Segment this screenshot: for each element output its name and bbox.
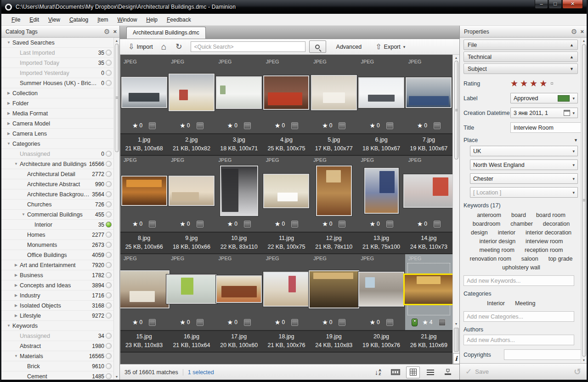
scroll-up-icon[interactable]: ▲ — [455, 55, 458, 61]
tree-item-filter-radio[interactable] — [106, 302, 112, 308]
tree-item-filter-radio[interactable] — [106, 292, 112, 298]
tree-item-imported-yesterday[interactable]: Imported Yesterday0 — [1, 68, 113, 78]
tree-item-filter-radio[interactable] — [106, 252, 112, 258]
keyword-tag[interactable]: meeting room — [480, 247, 514, 253]
select-checkbox[interactable] — [149, 319, 156, 326]
color-label-tag-icon[interactable] — [412, 319, 418, 326]
close-icon[interactable]: × — [113, 28, 117, 35]
tree-item-filter-radio[interactable] — [106, 353, 112, 359]
keyword-tag[interactable]: board — [511, 212, 526, 218]
tree-item-unassigned[interactable]: Unassigned34 — [1, 331, 113, 341]
thumbnail-image[interactable] — [406, 77, 452, 108]
rating-star-filled-icon[interactable]: ★ — [539, 78, 547, 89]
add-authors-input[interactable] — [464, 335, 574, 345]
thumbnail-image[interactable] — [121, 77, 167, 108]
scroll-down-icon[interactable]: ▼ — [115, 374, 119, 380]
maximize-button[interactable]: □ — [548, 0, 562, 9]
menu-item-edit[interactable]: Edit — [25, 15, 44, 25]
tree-item-imported-today[interactable]: Imported Today35 — [1, 58, 113, 68]
collapse-arrow-icon[interactable]: ▶ — [5, 131, 12, 136]
thumbnail-image[interactable] — [263, 75, 309, 110]
chevron-down-icon[interactable]: ▼ — [574, 138, 578, 143]
rating-star-filled-icon[interactable]: ★ — [520, 78, 528, 89]
rating-star-icon[interactable]: ★ — [422, 319, 428, 326]
tree-item-last-imported[interactable]: Last Imported35 — [1, 48, 113, 58]
title-input[interactable] — [510, 122, 581, 133]
rating-star-icon[interactable]: ★ — [180, 319, 186, 326]
thumbnail-image[interactable] — [403, 274, 452, 305]
thumbnail-image[interactable] — [166, 274, 217, 304]
tree-item-interior[interactable]: Interior35 — [1, 220, 113, 230]
select-checkbox[interactable] — [434, 122, 441, 129]
rating-star-icon[interactable]: ★ — [227, 122, 233, 129]
rating-star-empty-icon[interactable] — [551, 82, 553, 85]
tree-item-industry[interactable]: ▶Industry1716 — [1, 291, 113, 301]
tree-item-filter-radio[interactable] — [106, 262, 112, 268]
keyword-tag[interactable]: anteroom — [477, 212, 501, 218]
rating-star-icon[interactable]: ★ — [132, 220, 138, 228]
thumbnail-image[interactable] — [220, 165, 258, 216]
thumbnail-image[interactable] — [364, 168, 399, 214]
thumbnail-image[interactable] — [263, 272, 309, 307]
tree-item-office-buildings[interactable]: Office Buildings4059 — [1, 250, 113, 260]
details-view-button[interactable] — [441, 366, 455, 378]
thumbnail-cell[interactable]: JPEG★0 — [215, 156, 263, 232]
collapse-arrow-icon[interactable]: ▶ — [5, 91, 12, 95]
collapse-arrow-icon[interactable]: ▶ — [12, 273, 20, 277]
label-select[interactable]: Approved ▾ — [510, 93, 578, 103]
grid-view-button[interactable] — [406, 366, 420, 378]
thumbnail-cell[interactable]: JPEG★0 — [310, 57, 357, 133]
thumbnail-cell[interactable]: JPEG★0 — [168, 57, 215, 133]
thumbnail-image[interactable] — [358, 272, 404, 307]
thumbnail-cell[interactable]: JPEG★0 — [310, 156, 357, 232]
place-country-select[interactable]: UK ▾ — [470, 146, 578, 156]
keyword-tag[interactable]: renovation room — [470, 256, 511, 262]
tree-item-filter-radio[interactable] — [106, 70, 112, 76]
thumbnail-image[interactable] — [403, 174, 452, 208]
keyword-tag[interactable]: interior design — [480, 238, 516, 245]
tree-item-saved-searches[interactable]: ▼Saved Searches — [1, 38, 113, 48]
thumbnail-cell[interactable]: JPEG★0 — [120, 57, 168, 133]
thumbnail-cell[interactable]: JPEG★4 — [405, 254, 452, 330]
tree-item-camera-lens[interactable]: ▶Camera Lens — [1, 129, 113, 139]
scroll-down-icon[interactable]: ▼ — [582, 357, 586, 363]
thumbnail-cell[interactable]: JPEG★0 — [357, 57, 405, 133]
tree-item-filter-radio[interactable] — [106, 151, 112, 157]
rating-star-icon[interactable]: ★ — [322, 122, 328, 129]
thumbnail-cell[interactable]: JPEG★0 — [263, 156, 310, 232]
section-subject[interactable]: Subject ▼ — [464, 63, 578, 74]
select-checkbox[interactable] — [197, 122, 204, 129]
advanced-button[interactable]: Advanced — [333, 42, 366, 52]
menu-item-catalog[interactable]: Catalog — [65, 15, 93, 25]
tree-item-filter-radio[interactable] — [106, 373, 112, 379]
keyword-tag[interactable]: design — [471, 229, 488, 236]
tree-item-keywords[interactable]: ▼Keywords — [1, 321, 113, 331]
expand-arrow-icon[interactable]: ▼ — [20, 212, 27, 217]
select-checkbox[interactable] — [197, 319, 204, 326]
menu-item-window[interactable]: Window — [113, 15, 142, 25]
tab-catalog[interactable]: Architectural Buildings.dmc — [126, 27, 206, 39]
rating-star-icon[interactable]: ★ — [322, 319, 328, 326]
category-tag[interactable]: Meeting — [515, 300, 535, 307]
tree-item-collection[interactable]: ▶Collection — [1, 88, 113, 98]
search-button[interactable] — [309, 40, 326, 53]
tree-item-filter-radio[interactable] — [106, 50, 112, 56]
keyword-tag[interactable]: interior decoration — [526, 229, 571, 236]
collapse-arrow-icon[interactable]: ▶ — [12, 314, 20, 318]
save-button[interactable]: Save — [475, 368, 574, 375]
creation-datetime-field[interactable]: 3 янв 2011, 1 ▾ — [510, 108, 578, 118]
thumbnail-image[interactable] — [311, 75, 357, 110]
collapse-arrow-icon[interactable]: ▶ — [12, 293, 20, 297]
rating-star-icon[interactable]: ★ — [180, 220, 186, 228]
scrollbar-thumb[interactable] — [115, 44, 119, 152]
close-icon[interactable]: × — [580, 28, 584, 35]
tree-item-brick[interactable]: Brick9610 — [1, 361, 113, 371]
scroll-up-icon[interactable]: ▲ — [582, 38, 586, 44]
tree-item-filter-radio[interactable] — [106, 222, 112, 228]
home-icon[interactable]: ⌂ — [161, 43, 166, 51]
collapse-arrow-icon[interactable]: ▶ — [5, 121, 12, 125]
menu-item-feedback[interactable]: Feedback — [162, 15, 196, 25]
rating-star-icon[interactable]: ★ — [417, 220, 423, 228]
grid-scrollbar[interactable]: ▲ ▼ i — [452, 55, 459, 364]
select-checkbox[interactable] — [244, 221, 251, 228]
